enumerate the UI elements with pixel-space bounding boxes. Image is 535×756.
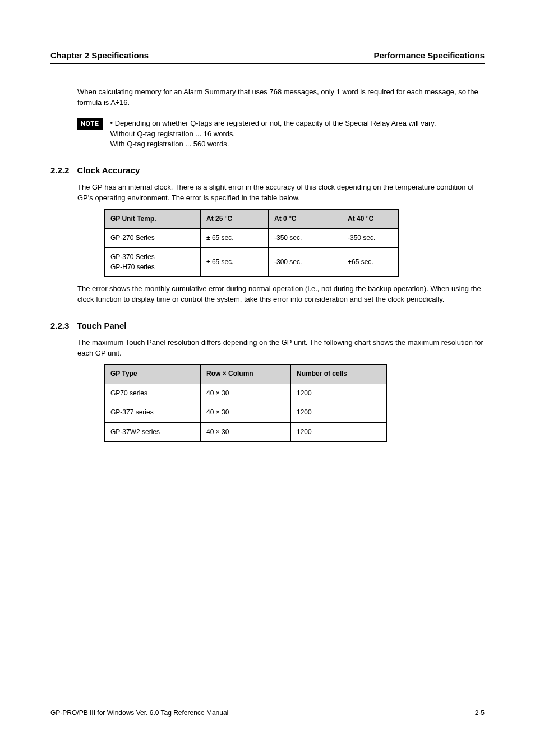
section-2-number: 2.2.3: [50, 320, 69, 332]
table-cell: 40 × 30: [201, 403, 291, 422]
table-cell: GP70 series: [105, 384, 201, 403]
note-line-3: With Q-tag registration ... 560 words.: [110, 139, 436, 150]
footer-document-title: GP-PRO/PB III for Windows Ver. 6.0 Tag R…: [50, 709, 228, 717]
footer-divider: [50, 704, 485, 704]
table-header: At 25 °C: [201, 209, 269, 228]
table-cell: +65 sec.: [342, 248, 399, 277]
header-divider: [50, 63, 485, 64]
table-cell: ± 65 sec.: [201, 248, 269, 277]
section-1-footnote: The error shows the monthly cumulative e…: [77, 284, 485, 305]
note-line-1: • Depending on whether Q-tags are regist…: [110, 118, 436, 129]
table-header: GP Unit Temp.: [105, 209, 201, 228]
section-1-paragraph: The GP has an internal clock. There is a…: [77, 182, 485, 204]
table-cell: GP-377 series: [105, 403, 201, 422]
note-line-2: Without Q-tag registration ... 16 words.: [110, 129, 436, 140]
table-row: GP70 series 40 × 30 1200: [105, 384, 387, 403]
table-cell: -300 sec.: [269, 248, 342, 277]
table-cell: 1200: [291, 422, 387, 441]
table-header: GP Type: [105, 365, 201, 384]
clock-accuracy-table: GP Unit Temp. At 25 °C At 0 °C At 40 °C …: [104, 209, 399, 278]
section-2-paragraph: The maximum Touch Panel resolution diffe…: [77, 338, 485, 359]
table-cell: 40 × 30: [201, 384, 291, 403]
header-section: Performance Specifications: [373, 50, 485, 60]
section-2-title: Touch Panel: [77, 320, 126, 332]
note-text: • Depending on whether Q-tags are regist…: [110, 118, 436, 150]
table-header: Row × Column: [201, 365, 291, 384]
table-cell: ± 65 sec.: [201, 229, 269, 248]
touch-panel-table: GP Type Row × Column Number of cells GP7…: [104, 364, 387, 442]
footer-page-number: 2-5: [475, 709, 485, 717]
table-cell: GP-37W2 series: [105, 422, 201, 441]
table-cell: 1200: [291, 384, 387, 403]
table-cell: GP-270 Series: [105, 229, 201, 248]
table-header: At 40 °C: [342, 209, 399, 228]
table-header: At 0 °C: [269, 209, 342, 228]
table-row: GP-370 Series GP-H70 series ± 65 sec. -3…: [105, 248, 399, 277]
table-cell: GP-370 Series GP-H70 series: [105, 248, 201, 277]
table-cell: -350 sec.: [342, 229, 399, 248]
table-row: GP-37W2 series 40 × 30 1200: [105, 422, 387, 441]
section-1-number: 2.2.2: [50, 164, 69, 177]
table-cell: 40 × 30: [201, 422, 291, 441]
table-cell: -350 sec.: [269, 229, 342, 248]
table-row: GP-270 Series ± 65 sec. -350 sec. -350 s…: [105, 229, 399, 248]
note-badge: NOTE: [77, 118, 103, 130]
table-cell: 1200: [291, 403, 387, 422]
section-1-title: Clock Accuracy: [77, 164, 140, 177]
header-chapter: Chapter 2 Specifications: [50, 50, 149, 60]
intro-paragraph: When calculating memory for an Alarm Sum…: [77, 87, 485, 108]
table-header: Number of cells: [291, 365, 387, 384]
table-row: GP-377 series 40 × 30 1200: [105, 403, 387, 422]
